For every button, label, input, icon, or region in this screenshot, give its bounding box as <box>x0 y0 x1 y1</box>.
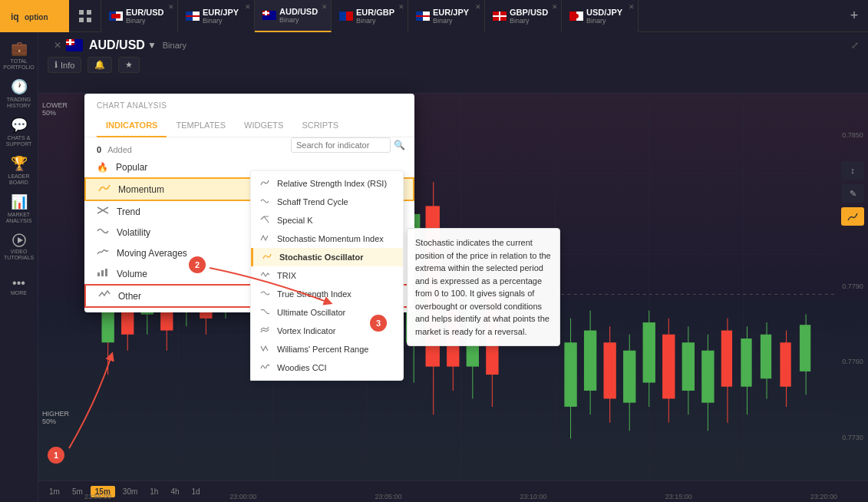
tf-1m[interactable]: 1m <box>45 486 64 497</box>
svg-text:option: option <box>25 13 48 21</box>
svg-rect-5 <box>79 18 84 22</box>
tab-audusd[interactable]: ✕ AUD/USDBinary <box>255 0 332 32</box>
tab-indicators[interactable]: INDICATORS <box>97 114 167 137</box>
svg-rect-94 <box>780 342 790 387</box>
close-tab-usdjpy[interactable]: ✕ <box>629 3 635 11</box>
sidebar-item-market[interactable]: 📊 MARKETANALYSIS <box>2 190 36 228</box>
submenu-stochastic-oscillator[interactable]: Stochastic Oscillator <box>251 248 403 266</box>
svg-rect-101 <box>105 269 107 276</box>
tab-widgets[interactable]: WIDGETS <box>235 114 292 137</box>
close-panel-button[interactable]: ✕ <box>54 40 61 51</box>
history-icon: 🕐 <box>11 78 28 95</box>
svg-rect-90 <box>741 339 751 387</box>
svg-rect-74 <box>584 331 596 391</box>
svg-rect-25 <box>499 12 500 21</box>
svg-rect-82 <box>662 335 675 399</box>
more-icon: ••• <box>12 276 25 290</box>
submenu-williams[interactable]: Williams' Percent Range <box>251 340 403 358</box>
smi-icon <box>260 233 271 244</box>
analysis-panel-header: CHART ANALYSIS <box>84 94 414 110</box>
sidebar-item-chats[interactable]: 💬 CHATS &SUPPORT <box>2 113 36 151</box>
left-sidebar: 💼 TOTALPORTFOLIO 🕐 TRADINGHISTORY 💬 CHAT… <box>0 32 38 502</box>
tab-templates[interactable]: TEMPLATES <box>167 114 235 137</box>
indicator-tool[interactable] <box>841 207 864 226</box>
asset-name: AUD/USD <box>89 38 145 52</box>
top-bar: iq option ✕ EUR/USDBinary ✕ EUR/JPYBinar… <box>0 0 868 32</box>
tab-scripts[interactable]: SCRIPTS <box>292 114 348 137</box>
sidebar-item-portfolio[interactable]: 💼 TOTALPORTFOLIO <box>2 36 36 74</box>
svg-rect-88 <box>721 331 732 387</box>
ma-icon <box>97 247 109 259</box>
volume-icon <box>97 268 109 279</box>
tab-eurgbp[interactable]: ✕ EUR/GBPBinary <box>332 0 408 32</box>
submenu-trix[interactable]: TRIX <box>251 266 403 285</box>
close-tab-eurjpy2[interactable]: ✕ <box>475 3 481 11</box>
svg-rect-3 <box>79 10 84 15</box>
draw-tool[interactable]: ✎ <box>841 184 864 203</box>
svg-rect-28 <box>574 14 579 18</box>
svg-rect-22 <box>416 15 430 17</box>
time-labels: 23:55:00 23:00:00 23:05:00 23:10:00 23:1… <box>84 493 837 500</box>
expand-icon[interactable]: ⤢ <box>851 40 859 51</box>
price-axis: 0.7850 0.7820 0.7790 0.7760 0.7730 <box>837 94 868 479</box>
popular-icon: 🔥 <box>97 162 108 173</box>
volatility-icon <box>97 226 109 238</box>
search-icon[interactable]: 🔍 <box>394 140 405 150</box>
video-icon <box>12 233 26 247</box>
app-logo: iq option <box>0 0 69 32</box>
woodies-icon <box>260 362 271 373</box>
submenu-smi[interactable]: Stochastic Momentum Index <box>251 230 403 248</box>
svg-rect-78 <box>623 351 635 403</box>
favorite-button[interactable]: ★ <box>118 57 140 73</box>
info-button[interactable]: ℹ Info <box>48 57 81 73</box>
search-bar: 🔍 <box>291 137 405 153</box>
star-icon: ★ <box>125 60 133 70</box>
close-tab-gbpusd[interactable]: ✕ <box>552 3 558 11</box>
tab-eurjpy[interactable]: ✕ EUR/JPYBinary <box>178 0 255 32</box>
grid-view-button[interactable] <box>69 0 101 32</box>
svg-rect-4 <box>87 10 91 15</box>
momentum-icon <box>98 183 111 195</box>
svg-marker-30 <box>18 237 23 243</box>
annotation-3: 3 <box>370 315 387 332</box>
bell-icon: 🔔 <box>94 60 105 70</box>
chat-icon: 💬 <box>11 117 28 134</box>
williams-icon <box>260 344 271 355</box>
close-tab-audusd[interactable]: ✕ <box>322 3 328 11</box>
tab-gbpusd[interactable]: ✕ GBP/USDBinary <box>485 0 562 32</box>
higher-label: HIGHER 50% <box>42 410 69 425</box>
specialk-icon <box>260 215 271 226</box>
submenu-tsi[interactable]: True Strength Index <box>251 285 403 303</box>
portfolio-icon: 💼 <box>11 40 28 57</box>
close-tab-eurjpy[interactable]: ✕ <box>245 3 251 11</box>
lower-label: LOWER 50% <box>42 101 68 117</box>
notifications-button[interactable]: 🔔 <box>87 57 112 73</box>
main-layout: 💼 TOTALPORTFOLIO 🕐 TRADINGHISTORY 💬 CHAT… <box>0 32 868 502</box>
sidebar-item-video[interactable]: VIDEOTUTORIALS <box>2 228 36 266</box>
svg-rect-99 <box>97 272 100 276</box>
sidebar-item-more[interactable]: ••• MORE <box>2 266 36 305</box>
tab-usdjpy[interactable]: ✕ USD/JPYBinary <box>562 0 639 32</box>
svg-rect-34 <box>66 41 74 43</box>
sidebar-item-history[interactable]: 🕐 TRADINGHISTORY <box>2 74 36 113</box>
tsi-icon <box>260 289 271 299</box>
asset-dropdown[interactable]: ▼ <box>147 40 157 51</box>
submenu-specialk[interactable]: Special K <box>251 211 403 230</box>
close-tab-eurgbp[interactable]: ✕ <box>398 3 404 11</box>
zoom-tool[interactable]: ↕ <box>841 161 864 180</box>
svg-rect-72 <box>564 342 576 407</box>
svg-rect-19 <box>346 12 353 21</box>
search-input[interactable] <box>291 137 391 153</box>
submenu-rsi[interactable]: Relative Strength Index (RSI) <box>251 174 403 193</box>
tab-eurjpy2[interactable]: ✕ EUR/JPYBinary <box>408 0 485 32</box>
svg-rect-100 <box>101 270 104 276</box>
vortex-icon <box>260 325 271 336</box>
submenu-schaff[interactable]: Schaff Trend Cycle <box>251 193 403 211</box>
submenu-woodies[interactable]: Woodies CCI <box>251 358 403 377</box>
add-tab-button[interactable]: + <box>840 0 868 32</box>
svg-text:iq: iq <box>11 12 19 22</box>
close-tab-eurusd[interactable]: ✕ <box>168 3 174 11</box>
asset-flag <box>66 39 83 51</box>
sidebar-item-leaderboard[interactable]: 🏆 LEADERBOARD <box>2 151 36 190</box>
tab-eurusd[interactable]: ✕ EUR/USDBinary <box>101 0 178 32</box>
